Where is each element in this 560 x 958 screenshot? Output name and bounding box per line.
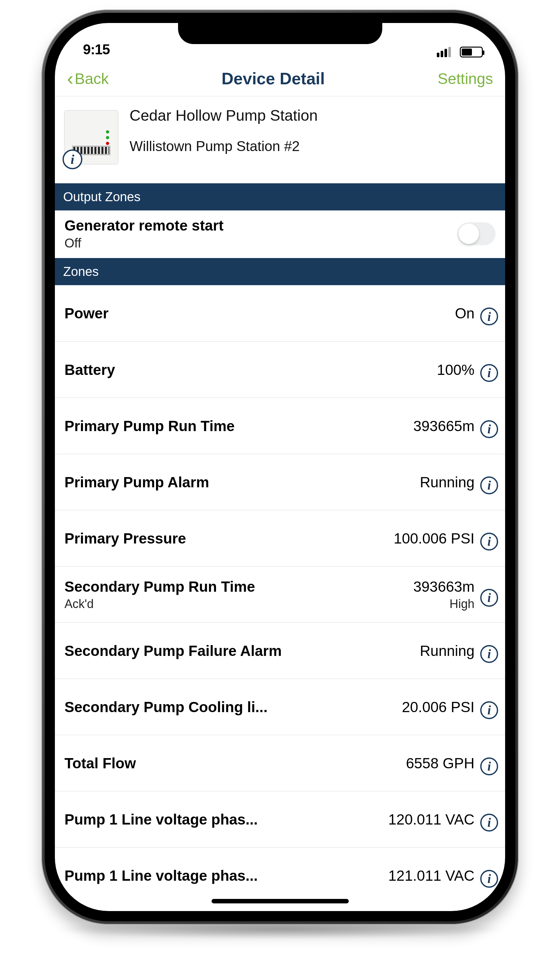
zone-label: Primary Pump Run Time	[65, 417, 408, 435]
zone-subvalue: High	[413, 597, 475, 611]
zone-value: Running	[420, 474, 475, 491]
status-time: 9:15	[83, 41, 110, 57]
zone-list: PowerOniBattery100%iPrimary Pump Run Tim…	[55, 285, 505, 903]
device-name: Cedar Hollow Pump Station	[130, 107, 495, 124]
zone-value: 393665m	[413, 417, 475, 435]
zone-value: 121.011 VAC	[388, 867, 475, 884]
output-zone-label: Generator remote start	[65, 217, 224, 234]
info-icon[interactable]: i	[480, 533, 498, 550]
device-subtitle: Willistown Pump Station #2	[130, 138, 495, 154]
back-label: Back	[75, 70, 109, 87]
status-icons	[437, 47, 483, 57]
zone-label: Primary Pressure	[65, 530, 388, 547]
zone-value: 20.006 PSI	[402, 698, 475, 715]
zone-label: Secondary Pump Cooling li...	[65, 698, 396, 715]
device-thumbnail[interactable]: i	[59, 105, 123, 169]
device-header: i Cedar Hollow Pump Station Willistown P…	[55, 97, 505, 183]
zone-row[interactable]: Primary Pump Run Time393665mi	[55, 398, 505, 454]
zone-label: Secondary Pump Failure Alarm	[65, 642, 414, 660]
info-icon[interactable]: i	[480, 476, 498, 494]
output-zone-state: Off	[65, 236, 224, 251]
zone-value: Running	[420, 642, 475, 660]
nav-bar: ‹ Back Device Detail Settings	[55, 61, 505, 97]
phone-frame: 9:15	[41, 10, 519, 925]
output-toggle[interactable]	[457, 222, 495, 245]
notch	[178, 23, 382, 44]
zone-value: 6558 GPH	[406, 755, 475, 772]
page-title: Device Detail	[221, 69, 325, 88]
output-zone-row: Generator remote start Off	[55, 211, 505, 258]
zone-row[interactable]: Total Flow6558 GPHi	[55, 735, 505, 791]
zone-row[interactable]: Battery100%i	[55, 341, 505, 398]
zone-label: Pump 1 Line voltage phas...	[65, 811, 383, 828]
zone-label: Pump 1 Line voltage phas...	[65, 867, 383, 884]
info-icon[interactable]: i	[63, 149, 82, 169]
info-icon[interactable]: i	[480, 701, 498, 719]
zone-label: Power	[65, 305, 449, 322]
info-icon[interactable]: i	[480, 870, 498, 888]
section-header-zones: Zones	[55, 258, 505, 285]
info-icon[interactable]: i	[480, 420, 498, 438]
info-icon[interactable]: i	[480, 757, 498, 776]
zone-row[interactable]: Primary Pump AlarmRunningi	[55, 454, 505, 510]
screen: 9:15	[55, 23, 505, 911]
back-button[interactable]: ‹ Back	[67, 69, 109, 88]
battery-icon	[460, 47, 483, 57]
section-header-output-zones: Output Zones	[55, 183, 505, 211]
zone-value: 393663m	[413, 578, 475, 595]
zone-value: 100%	[437, 361, 475, 378]
info-icon[interactable]: i	[480, 308, 498, 325]
zone-value: On	[455, 305, 475, 322]
zone-row[interactable]: Pump 1 Line voltage phas...120.011 VACi	[55, 791, 505, 847]
info-icon[interactable]: i	[480, 589, 498, 607]
zone-label: Battery	[65, 361, 431, 378]
info-icon[interactable]: i	[480, 364, 498, 382]
zone-row[interactable]: Secondary Pump Failure AlarmRunningi	[55, 622, 505, 679]
zone-row[interactable]: Primary Pressure100.006 PSIi	[55, 510, 505, 566]
chevron-left-icon: ‹	[67, 69, 73, 88]
zone-value: 120.011 VAC	[388, 811, 475, 828]
zone-value: 100.006 PSI	[394, 530, 475, 547]
zone-sublabel: Ack'd	[65, 597, 408, 611]
zone-label: Primary Pump Alarm	[65, 474, 414, 491]
home-indicator[interactable]	[212, 899, 349, 903]
zone-row[interactable]: PowerOni	[55, 285, 505, 341]
settings-button[interactable]: Settings	[438, 70, 493, 87]
zone-row[interactable]: Pump 1 Line voltage phas...121.011 VACi	[55, 847, 505, 903]
zone-label: Total Flow	[65, 755, 400, 772]
info-icon[interactable]: i	[480, 645, 498, 663]
zone-row[interactable]: Secondary Pump Run TimeAck'd393663mHighi	[55, 566, 505, 622]
cellular-signal-icon	[437, 47, 451, 57]
zone-label: Secondary Pump Run Time	[65, 578, 408, 595]
zone-row[interactable]: Secondary Pump Cooling li...20.006 PSIi	[55, 679, 505, 735]
info-icon[interactable]: i	[480, 814, 498, 831]
